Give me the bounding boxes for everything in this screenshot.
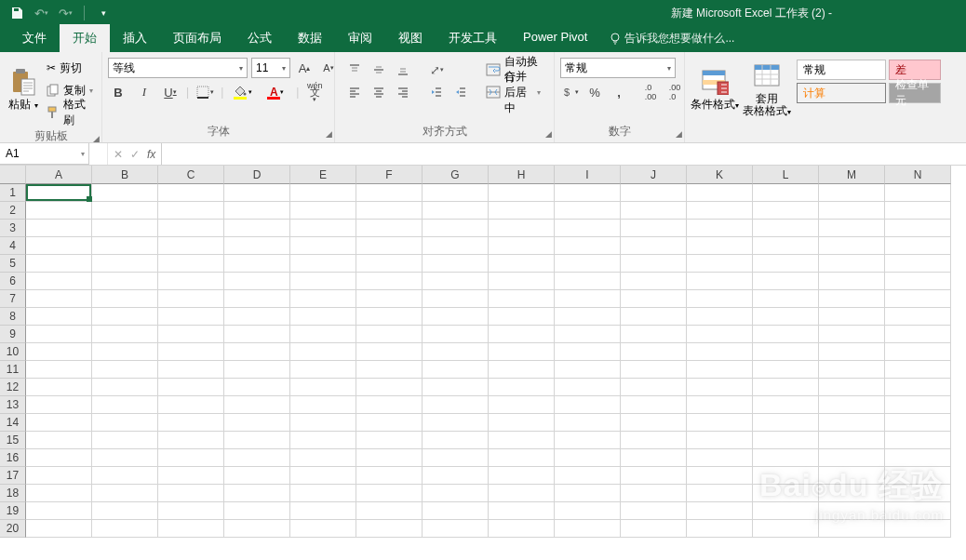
cell[interactable] bbox=[621, 220, 687, 237]
cell[interactable] bbox=[26, 220, 92, 237]
accounting-format-icon[interactable]: $▾ bbox=[560, 82, 581, 102]
col-header[interactable]: J bbox=[621, 166, 687, 184]
cell[interactable] bbox=[290, 220, 356, 237]
cell[interactable] bbox=[885, 326, 951, 343]
cell[interactable] bbox=[26, 432, 92, 449]
cell[interactable] bbox=[753, 379, 819, 396]
cell[interactable] bbox=[158, 343, 224, 361]
cell[interactable] bbox=[158, 326, 224, 343]
cell[interactable] bbox=[753, 467, 819, 485]
cell[interactable] bbox=[158, 255, 224, 273]
cell[interactable] bbox=[158, 432, 224, 449]
cell[interactable] bbox=[423, 396, 489, 414]
align-left-icon[interactable] bbox=[344, 82, 365, 102]
col-header[interactable]: F bbox=[356, 166, 423, 184]
cell[interactable] bbox=[753, 255, 819, 273]
cell[interactable] bbox=[885, 202, 951, 220]
undo-icon[interactable]: ↶ ▾ bbox=[34, 6, 48, 20]
cell[interactable] bbox=[290, 308, 356, 326]
cell[interactable] bbox=[885, 485, 951, 502]
row-header[interactable]: 8 bbox=[0, 308, 26, 326]
tab-Power Pivot[interactable]: Power Pivot bbox=[510, 24, 600, 52]
cell[interactable] bbox=[92, 273, 158, 290]
row-header[interactable]: 5 bbox=[0, 255, 26, 273]
cell[interactable] bbox=[555, 343, 621, 361]
cell[interactable] bbox=[356, 290, 423, 308]
cell[interactable] bbox=[92, 237, 158, 255]
cell[interactable] bbox=[489, 184, 555, 202]
row-header[interactable]: 2 bbox=[0, 202, 26, 220]
cell[interactable] bbox=[885, 379, 951, 396]
cell[interactable] bbox=[423, 414, 489, 432]
cell[interactable] bbox=[423, 237, 489, 255]
cell[interactable] bbox=[819, 485, 885, 502]
cell[interactable] bbox=[621, 449, 687, 467]
cell[interactable] bbox=[819, 467, 885, 485]
cell[interactable] bbox=[819, 502, 885, 520]
cell[interactable] bbox=[885, 361, 951, 379]
cell[interactable] bbox=[290, 485, 356, 502]
cell[interactable] bbox=[290, 396, 356, 414]
cell[interactable] bbox=[489, 414, 555, 432]
cell[interactable] bbox=[92, 255, 158, 273]
cell[interactable] bbox=[92, 414, 158, 432]
cell[interactable] bbox=[489, 502, 555, 520]
format-as-table-button[interactable]: 套用表格格式▾ bbox=[741, 56, 793, 123]
cell[interactable] bbox=[819, 220, 885, 237]
cell[interactable] bbox=[224, 414, 290, 432]
cell[interactable] bbox=[356, 220, 423, 237]
cell[interactable] bbox=[224, 255, 290, 273]
cell[interactable] bbox=[819, 255, 885, 273]
phonetic-button[interactable]: wén文▾ bbox=[304, 82, 325, 102]
cell[interactable] bbox=[26, 273, 92, 290]
cell[interactable] bbox=[158, 361, 224, 379]
cell[interactable] bbox=[224, 520, 290, 538]
cell[interactable] bbox=[555, 184, 621, 202]
cell[interactable] bbox=[819, 237, 885, 255]
cell[interactable] bbox=[356, 326, 423, 343]
cell[interactable] bbox=[621, 202, 687, 220]
cell[interactable] bbox=[753, 414, 819, 432]
cell[interactable] bbox=[753, 449, 819, 467]
font-launcher-icon[interactable]: ◢ bbox=[326, 129, 332, 139]
cell[interactable] bbox=[819, 326, 885, 343]
comma-format-icon[interactable]: , bbox=[609, 82, 629, 102]
cell[interactable] bbox=[92, 502, 158, 520]
row-header[interactable]: 11 bbox=[0, 361, 26, 379]
cell[interactable] bbox=[621, 361, 687, 379]
increase-decimal-icon[interactable]: .0.00 bbox=[640, 82, 661, 102]
cell[interactable] bbox=[621, 379, 687, 396]
style-calc[interactable]: 计算 bbox=[797, 83, 886, 103]
cell[interactable] bbox=[885, 184, 951, 202]
cell[interactable] bbox=[621, 467, 687, 485]
tab-数据[interactable]: 数据 bbox=[285, 24, 335, 52]
cell[interactable] bbox=[423, 308, 489, 326]
cell[interactable] bbox=[687, 290, 753, 308]
cell[interactable] bbox=[753, 237, 819, 255]
row-header[interactable]: 7 bbox=[0, 290, 26, 308]
cell[interactable] bbox=[819, 308, 885, 326]
cell[interactable] bbox=[885, 414, 951, 432]
row-header[interactable]: 9 bbox=[0, 326, 26, 343]
cell[interactable] bbox=[687, 184, 753, 202]
cell[interactable] bbox=[26, 520, 92, 538]
cell[interactable] bbox=[489, 361, 555, 379]
decrease-indent-icon[interactable] bbox=[426, 82, 447, 102]
cell[interactable] bbox=[423, 449, 489, 467]
cell[interactable] bbox=[423, 432, 489, 449]
cell[interactable] bbox=[555, 273, 621, 290]
cell[interactable] bbox=[489, 220, 555, 237]
cell[interactable] bbox=[158, 273, 224, 290]
cell[interactable] bbox=[489, 308, 555, 326]
cell[interactable] bbox=[423, 273, 489, 290]
cell[interactable] bbox=[356, 502, 423, 520]
cell[interactable] bbox=[224, 308, 290, 326]
cell[interactable] bbox=[356, 361, 423, 379]
style-normal[interactable]: 常规 bbox=[797, 60, 886, 80]
cell[interactable] bbox=[489, 273, 555, 290]
row-header[interactable]: 18 bbox=[0, 485, 26, 502]
cell[interactable] bbox=[224, 361, 290, 379]
align-right-icon[interactable] bbox=[393, 82, 413, 102]
col-header[interactable]: H bbox=[489, 166, 555, 184]
cell[interactable] bbox=[290, 184, 356, 202]
